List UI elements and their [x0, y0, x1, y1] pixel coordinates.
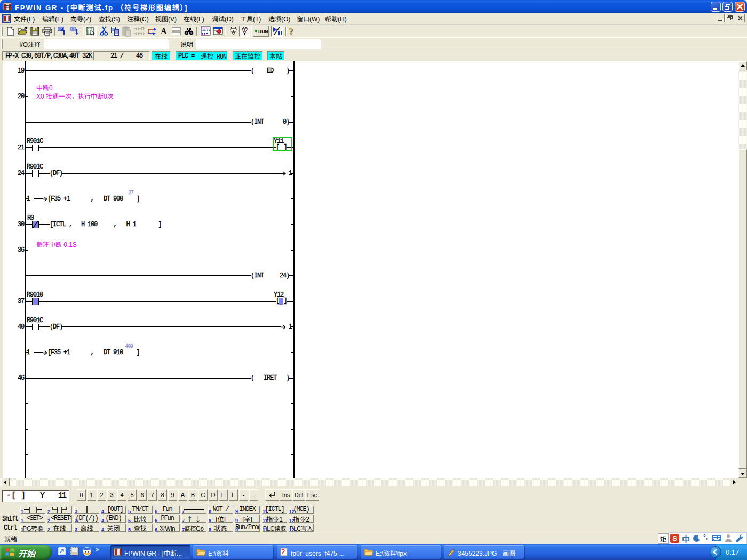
svg-text:RUN: RUN: [258, 29, 268, 34]
